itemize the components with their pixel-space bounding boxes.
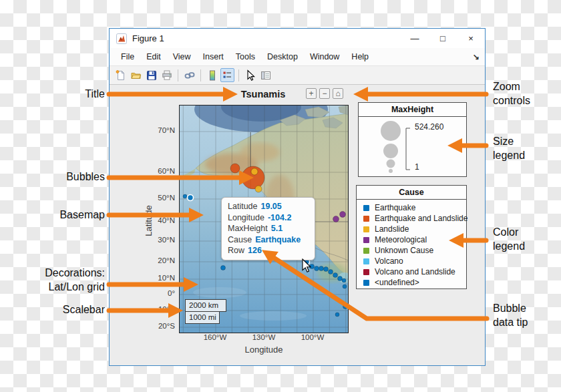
color-legend: Cause EarthquakeEarthquake and Landslide…	[356, 185, 467, 289]
bubble[interactable]	[335, 313, 339, 317]
lat-tick-label: 40°N	[143, 216, 175, 224]
data-tip-value: -104.2	[268, 213, 291, 222]
bubble[interactable]	[319, 266, 324, 271]
color-swatch	[363, 258, 369, 264]
window-titlebar: Figure 1 — □ ×	[110, 29, 485, 48]
lon-tick-label: 160°W	[192, 333, 238, 341]
bubble[interactable]	[342, 278, 346, 282]
geobubble-map[interactable]: 2000 km 1000 mi Latitude19.05Longitude-1…	[179, 105, 349, 333]
maximize-button[interactable]: □	[429, 29, 457, 48]
figure-toolbar	[110, 66, 485, 85]
bubble[interactable]	[188, 195, 194, 201]
scalebar-km: 2000 km	[185, 299, 226, 312]
close-button[interactable]: ×	[457, 29, 485, 48]
home-button[interactable]: ⌂	[333, 88, 343, 99]
bubble[interactable]	[333, 216, 339, 222]
bubble[interactable]	[338, 276, 343, 281]
insert-colorbar-icon[interactable]	[205, 68, 219, 82]
lat-tick-label: 10°N	[143, 274, 175, 282]
minimize-button[interactable]: —	[401, 29, 429, 48]
save-figure-icon[interactable]	[144, 68, 158, 82]
color-legend-item: <undefined>	[357, 277, 466, 288]
color-legend-label: Earthquake and Landslide	[375, 214, 467, 223]
bubble[interactable]	[255, 186, 262, 192]
color-legend-item: Earthquake and Landslide	[357, 213, 466, 224]
callout-title: Title	[0, 87, 105, 101]
lat-tick-label: 20°N	[143, 256, 175, 264]
property-editor-icon[interactable]	[258, 68, 272, 82]
size-legend-circle	[389, 169, 393, 173]
bubble[interactable]	[315, 266, 319, 271]
print-figure-icon[interactable]	[160, 68, 174, 82]
bubble[interactable]	[343, 305, 348, 309]
color-legend-item: Unknown Cause	[357, 245, 466, 256]
size-legend-title: MaxHeight	[359, 103, 466, 117]
figure-window: Figure 1 — □ × FileEditViewInsertToolsDe…	[109, 28, 486, 366]
menu-edit[interactable]: Edit	[140, 51, 167, 63]
color-legend-label: Volcano and Landslide	[375, 267, 455, 276]
color-swatch	[363, 226, 369, 232]
color-swatch	[363, 205, 369, 211]
size-legend-circle	[381, 121, 401, 141]
menu-desktop[interactable]: Desktop	[261, 51, 304, 63]
callout-bubble-data-tip: Bubble data tip	[493, 301, 560, 329]
lat-tick-label: 0°	[143, 289, 175, 297]
color-swatch	[363, 216, 369, 222]
scalebar-mi: 1000 mi	[185, 311, 220, 324]
pointer-tool-icon[interactable]	[243, 68, 257, 82]
data-tip-field: Row	[228, 246, 244, 255]
insert-legend-icon[interactable]	[220, 68, 234, 82]
lat-tick-label: 60°N	[143, 167, 175, 175]
mouse-cursor	[302, 258, 313, 273]
menu-view[interactable]: View	[167, 51, 197, 63]
size-legend-circle	[387, 160, 395, 168]
color-legend-item: Volcano and Landslide	[357, 266, 466, 277]
size-legend-circles	[381, 121, 401, 173]
bubble[interactable]	[329, 270, 333, 274]
bubble-data-tip: Latitude19.05Longitude-104.2MaxHeight5.1…	[221, 197, 315, 260]
open-file-icon[interactable]	[129, 68, 143, 82]
color-legend-title: Cause	[357, 186, 466, 200]
data-tip-row: MaxHeight5.1	[228, 223, 312, 234]
color-legend-item: Earthquake	[357, 202, 466, 213]
bubble[interactable]	[221, 266, 226, 270]
zoom-out-button[interactable]: −	[319, 88, 330, 99]
data-tip-field: Latitude	[228, 202, 257, 211]
size-legend-circle	[383, 144, 398, 158]
bubble[interactable]	[340, 212, 346, 218]
color-legend-label: Meteorological	[375, 235, 427, 244]
bubble[interactable]	[251, 168, 258, 175]
toolbar-separator	[178, 69, 178, 81]
link-plot-icon[interactable]	[182, 68, 196, 82]
menu-insert[interactable]: Insert	[197, 51, 230, 63]
lon-tick-label: 130°W	[240, 333, 287, 341]
menu-window[interactable]: Window	[304, 51, 345, 63]
data-tip-row: Longitude-104.2	[228, 212, 312, 224]
toolbar-separator	[200, 69, 201, 81]
size-legend-max: 524.260	[415, 122, 443, 132]
color-legend-item: Volcano	[357, 256, 466, 266]
window-title: Figure 1	[132, 33, 164, 43]
bubble[interactable]	[333, 273, 338, 278]
data-tip-value: 5.1	[271, 224, 283, 233]
data-tip-row: CauseEarthquake	[228, 234, 312, 246]
lat-tick-label: 50°N	[143, 194, 175, 202]
bubble[interactable]	[324, 267, 329, 272]
menu-help[interactable]: Help	[345, 51, 375, 63]
dock-figure-icon[interactable]: ↘	[473, 52, 480, 61]
lat-tick-label: 70°N	[143, 126, 175, 134]
data-tip-value: 126	[248, 246, 262, 255]
color-legend-item: Meteorological	[357, 234, 466, 245]
zoom-in-button[interactable]: +	[306, 88, 317, 99]
lat-tick-label: 20°S	[143, 322, 175, 330]
menu-tools[interactable]: Tools	[230, 51, 261, 63]
menu-file[interactable]: File	[115, 51, 140, 63]
map-zoom-controls: +−⌂	[306, 88, 343, 99]
new-file-icon[interactable]	[114, 68, 128, 82]
x-axis-label: Longitude	[210, 345, 317, 355]
data-tip-field: Longitude	[228, 213, 264, 222]
bubble[interactable]	[230, 164, 240, 173]
bubble[interactable]	[183, 194, 187, 198]
bubble[interactable]	[343, 284, 347, 288]
callout-zoom-controls: Zoom controls	[493, 79, 560, 108]
